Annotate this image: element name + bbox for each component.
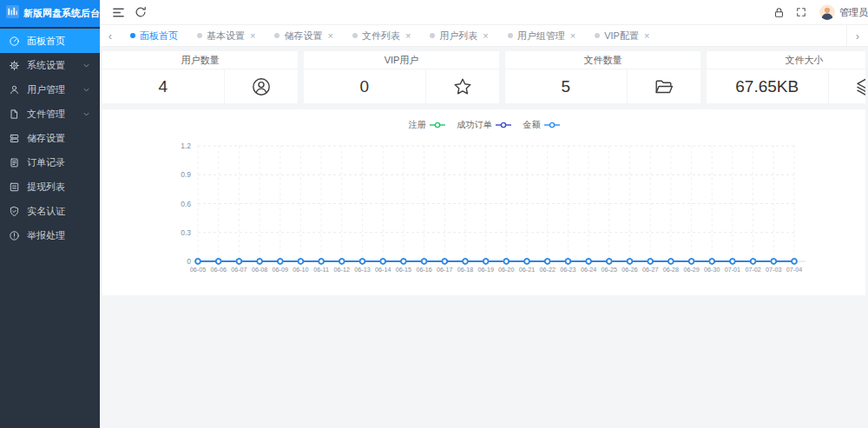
- svg-text:06-11: 06-11: [313, 266, 329, 273]
- svg-text:06-29: 06-29: [683, 266, 699, 273]
- stat-card-value: 0: [304, 69, 425, 103]
- tab-close-icon[interactable]: ×: [483, 30, 488, 41]
- tab-dot: [197, 33, 202, 38]
- stat-card-1: VIP用户0: [304, 51, 499, 103]
- svg-text:06-28: 06-28: [663, 266, 679, 273]
- svg-text:06-22: 06-22: [540, 266, 556, 273]
- user-avatar[interactable]: [819, 4, 835, 20]
- tab-用户组管理[interactable]: 用户组管理×: [498, 25, 585, 46]
- sidebar-menu: 面板首页系统设置用户管理文件管理储存设置订单记录提现列表实名认证举报处理: [0, 27, 100, 247]
- svg-text:06-12: 06-12: [334, 266, 350, 273]
- tab-label: 用户列表: [439, 30, 477, 43]
- svg-text:06-21: 06-21: [519, 266, 535, 273]
- tab-基本设置[interactable]: 基本设置×: [187, 25, 265, 46]
- chart-card: 注册成功订单金额 00.30.60.91.206-0506-0606-0706-…: [102, 109, 865, 295]
- sidebar-item-dashboard[interactable]: 面板首页: [0, 29, 100, 53]
- tab-用户列表[interactable]: 用户列表×: [420, 25, 497, 46]
- orders-icon: [9, 157, 20, 168]
- sidebar: 新版网盘系统后台 面板首页系统设置用户管理文件管理储存设置订单记录提现列表实名认…: [0, 0, 100, 428]
- sidebar-item-withdraw[interactable]: 提现列表: [0, 174, 100, 199]
- tab-储存设置[interactable]: 储存设置×: [265, 25, 342, 46]
- folder-open-icon: [627, 69, 701, 103]
- app-logo: 新版网盘系统后台: [0, 0, 100, 27]
- tab-label: 用户组管理: [517, 30, 565, 43]
- sidebar-item-report[interactable]: 举报处理: [0, 223, 100, 247]
- chart-legend: 注册成功订单金额: [102, 109, 865, 131]
- settings-icon: [9, 60, 20, 71]
- tab-VIP配置[interactable]: VIP配置×: [585, 25, 659, 46]
- collapse-menu-icon[interactable]: [107, 0, 129, 24]
- tab-dot: [274, 33, 279, 38]
- tab-label: 面板首页: [140, 30, 178, 43]
- legend-item-金额[interactable]: 金额: [523, 119, 560, 131]
- sidebar-item-label: 用户管理: [27, 83, 65, 96]
- tab-文件列表[interactable]: 文件列表×: [343, 25, 420, 46]
- legend-line-marker-icon: [430, 122, 445, 128]
- tabs-scroll-left-icon[interactable]: ‹: [100, 25, 121, 46]
- svg-text:06-14: 06-14: [375, 266, 391, 273]
- stat-card-value: 5: [505, 69, 627, 103]
- svg-text:06-19: 06-19: [478, 266, 494, 273]
- line-chart: 00.30.60.91.206-0506-0606-0706-0806-0906…: [102, 135, 865, 284]
- svg-text:07-03: 07-03: [766, 266, 781, 273]
- svg-text:0.9: 0.9: [181, 170, 191, 179]
- sidebar-item-label: 举报处理: [27, 229, 65, 242]
- tab-close-icon[interactable]: ×: [405, 30, 411, 41]
- svg-text:06-30: 06-30: [704, 266, 720, 273]
- stat-card-2: 文件数量5: [505, 51, 700, 103]
- refresh-icon[interactable]: [129, 0, 152, 24]
- sidebar-item-label: 储存设置: [27, 132, 65, 145]
- stat-card-3: 文件大小67.65KB: [707, 51, 865, 103]
- sidebar-item-label: 系统设置: [27, 59, 65, 72]
- stat-card-0: 用户数量4: [102, 51, 298, 103]
- svg-text:06-20: 06-20: [498, 266, 514, 273]
- stat-card-title: VIP用户: [304, 51, 499, 69]
- users-icon: [9, 84, 20, 95]
- sidebar-item-orders[interactable]: 订单记录: [0, 150, 100, 174]
- stat-cards-row: 用户数量4VIP用户0文件数量5文件大小67.65KB: [102, 51, 865, 103]
- sidebar-item-label: 面板首页: [27, 35, 65, 48]
- files-icon: [9, 109, 20, 120]
- lock-screen-icon[interactable]: [767, 0, 790, 24]
- tab-close-icon[interactable]: ×: [327, 30, 332, 41]
- legend-label: 注册: [409, 119, 426, 131]
- svg-text:06-15: 06-15: [396, 266, 411, 273]
- svg-text:06-13: 06-13: [354, 266, 370, 273]
- svg-text:06-05: 06-05: [190, 266, 206, 273]
- tab-close-icon[interactable]: ×: [570, 30, 575, 41]
- tab-label: VIP配置: [604, 30, 639, 43]
- svg-text:1.2: 1.2: [181, 142, 191, 150]
- svg-text:07-01: 07-01: [725, 266, 740, 273]
- stat-card-body: 67.65KB: [707, 69, 865, 103]
- svg-text:0.3: 0.3: [181, 228, 191, 237]
- tab-close-icon[interactable]: ×: [250, 30, 255, 41]
- sidebar-item-users[interactable]: 用户管理: [0, 77, 100, 102]
- stat-card-body: 4: [102, 69, 298, 103]
- tab-dot: [595, 33, 600, 38]
- svg-text:06-16: 06-16: [416, 266, 431, 273]
- svg-text:06-10: 06-10: [293, 266, 308, 273]
- tab-bar: ‹ 面板首页基本设置×储存设置×文件列表×用户列表×用户组管理×VIP配置× ›: [100, 25, 868, 47]
- tab-close-icon[interactable]: ×: [644, 30, 649, 41]
- svg-text:06-07: 06-07: [231, 266, 247, 273]
- legend-item-成功订单[interactable]: 成功订单: [457, 119, 511, 131]
- svg-text:06-26: 06-26: [621, 266, 637, 273]
- tab-label: 基本设置: [207, 30, 245, 43]
- sidebar-item-storage[interactable]: 储存设置: [0, 126, 100, 150]
- sidebar-item-system[interactable]: 系统设置: [0, 53, 100, 77]
- withdraw-icon: [9, 181, 20, 193]
- stat-card-title: 文件数量: [505, 51, 700, 69]
- fullscreen-icon[interactable]: [790, 0, 812, 24]
- user-name[interactable]: 管理员: [839, 6, 868, 19]
- storage-icon: [9, 133, 20, 144]
- legend-item-注册[interactable]: 注册: [409, 119, 445, 131]
- sidebar-item-files[interactable]: 文件管理: [0, 102, 100, 126]
- app-root: 新版网盘系统后台 面板首页系统设置用户管理文件管理储存设置订单记录提现列表实名认…: [0, 0, 868, 428]
- main-area: 管理员 ‹ 面板首页基本设置×储存设置×文件列表×用户列表×用户组管理×VIP配…: [100, 0, 868, 428]
- report-icon: [9, 230, 20, 241]
- tab-面板首页[interactable]: 面板首页: [121, 25, 187, 46]
- sidebar-item-verify[interactable]: 实名认证: [0, 199, 100, 223]
- star-icon: [425, 69, 500, 103]
- app-logo-icon: [6, 5, 19, 22]
- tabs-scroll-right-icon[interactable]: ›: [846, 25, 868, 46]
